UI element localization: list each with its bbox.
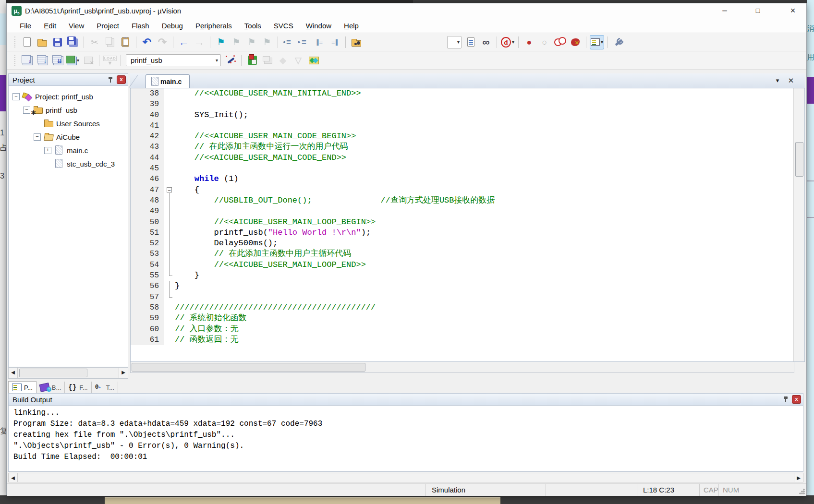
disable-all-breakpoints-button[interactable]: [553, 35, 567, 49]
close-document-icon[interactable]: ✕: [786, 76, 796, 85]
tree-item-project-printf-usb[interactable]: −Project: printf_usb: [9, 90, 128, 103]
bottom-horizontal-scrollbar[interactable]: ◀ ▶: [8, 473, 803, 482]
tree-expander-icon[interactable]: −: [12, 93, 20, 100]
translate-file-button[interactable]: ↓: [20, 53, 34, 68]
editor-vertical-scrollbar[interactable]: [793, 88, 804, 361]
build-output-text[interactable]: linking...Program Size: data=8.3 edata+h…: [8, 406, 803, 472]
scroll-right-icon[interactable]: ▶: [119, 368, 128, 378]
code-line[interactable]: 54 //<<AICUBE_USER_MAIN_LOOP_END>>: [131, 260, 794, 270]
code-line[interactable]: 45: [131, 163, 794, 174]
code-line[interactable]: 58//////////////////////////////////////…: [131, 302, 794, 313]
copy-button[interactable]: [103, 35, 117, 49]
project-horizontal-scrollbar[interactable]: ◀ ▶: [8, 367, 128, 379]
tab-main-c[interactable]: main.c: [146, 74, 190, 88]
tree-item-printf-usb[interactable]: −∗printf_usb: [9, 103, 128, 117]
code-line[interactable]: 61// 函数返回：无: [131, 335, 794, 345]
paste-button[interactable]: [118, 35, 133, 49]
maximize-button[interactable]: □: [747, 3, 769, 18]
cut-button[interactable]: ✂: [87, 35, 102, 49]
menu-file[interactable]: File: [13, 19, 37, 33]
minimize-button[interactable]: –: [714, 3, 736, 18]
scroll-left-icon[interactable]: ◀: [9, 473, 18, 482]
code-line[interactable]: 57: [131, 292, 794, 302]
code-line[interactable]: 39: [131, 99, 794, 109]
code-line[interactable]: 59// 系统初始化函数: [131, 313, 794, 324]
options-for-target-button[interactable]: [223, 53, 238, 68]
code-line[interactable]: 44 //<<AICUBE_USER_MAIN_CODE_END>>: [131, 153, 794, 163]
scroll-thumb[interactable]: [19, 369, 87, 377]
comment-selection-button[interactable]: ∥≡: [312, 35, 327, 49]
pack-installer-button[interactable]: [306, 53, 321, 68]
pin-icon[interactable]: [782, 396, 789, 403]
find-target-button[interactable]: d▾: [500, 35, 515, 49]
scroll-right-icon[interactable]: ▶: [794, 473, 803, 482]
tree-item-user-sources[interactable]: User Sources: [9, 117, 128, 130]
tree-item-aicube[interactable]: −AiCube: [9, 130, 128, 144]
clean-targets-button[interactable]: [81, 53, 96, 68]
scroll-thumb[interactable]: [795, 142, 803, 177]
workspace-tab-p[interactable]: P...: [8, 381, 36, 393]
build-button[interactable]: ↓: [35, 53, 49, 68]
previous-bookmark-button[interactable]: ⚑: [229, 35, 243, 49]
workspace-tab-b[interactable]: B...: [36, 382, 65, 393]
undo-button[interactable]: ↶: [140, 35, 154, 49]
code-line[interactable]: 51 printf_usb("Hello World !\r\n");: [131, 228, 794, 238]
code-line[interactable]: 49: [131, 206, 794, 216]
rebuild-all-button[interactable]: ⇊: [50, 53, 65, 68]
menu-window[interactable]: Window: [300, 19, 338, 33]
menu-debug[interactable]: Debug: [156, 19, 189, 33]
find-combo[interactable]: ▾: [447, 36, 462, 48]
tree-expander-icon[interactable]: −: [34, 133, 41, 141]
code-line[interactable]: 41: [131, 120, 794, 131]
new-file-button[interactable]: [20, 35, 34, 49]
scroll-left-icon[interactable]: ◀: [9, 368, 18, 378]
uncomment-selection-button[interactable]: ≡∥: [328, 35, 342, 49]
open-file-button[interactable]: [35, 35, 49, 49]
configure-button[interactable]: [611, 35, 626, 49]
code-line[interactable]: 42 //<<AICUBE_USER_MAIN_CODE_BEGIN>>: [131, 131, 794, 142]
fold-collapse-icon[interactable]: [164, 185, 175, 195]
debug-diamond-button[interactable]: ◆: [276, 53, 290, 68]
code-line[interactable]: 56}: [131, 281, 794, 291]
project-panel-close-icon[interactable]: x: [117, 75, 126, 84]
indent-button[interactable]: ≡▸: [297, 35, 311, 49]
menu-peripherals[interactable]: Peripherals: [189, 19, 238, 33]
menu-view[interactable]: View: [62, 19, 90, 33]
clear-bookmarks-button[interactable]: ⚑: [260, 35, 274, 49]
kill-all-breakpoints-button[interactable]: ✕: [568, 35, 583, 49]
batch-build-button[interactable]: ▾: [66, 53, 80, 68]
menu-help[interactable]: Help: [338, 19, 365, 33]
navigate-forward-button[interactable]: →: [192, 35, 207, 49]
select-target-combo[interactable]: printf_usb▾: [126, 54, 221, 66]
incremental-find-button[interactable]: ∞: [479, 35, 493, 49]
code-line[interactable]: 53 // 在此添加主函数中用户主循环代码: [131, 249, 794, 259]
toggle-breakpoint-button[interactable]: ●: [522, 35, 536, 49]
menu-project[interactable]: Project: [90, 19, 125, 33]
code-line[interactable]: 38 //<<AICUBE_USER_MAIN_INITIAL_END>>: [131, 88, 794, 99]
insert-bookmark-button[interactable]: ⚑: [214, 35, 228, 49]
next-bookmark-button[interactable]: ⚑: [244, 35, 259, 49]
tree-expander-icon[interactable]: −: [23, 107, 30, 114]
menu-edit[interactable]: Edit: [37, 19, 62, 33]
scroll-thumb[interactable]: [132, 363, 365, 372]
code-line[interactable]: 40 SYS_Init();: [131, 110, 794, 120]
redo-button[interactable]: ↷: [155, 35, 170, 49]
document-list-dropdown-icon[interactable]: ▾: [772, 76, 783, 85]
find-in-document-button[interactable]: [463, 35, 478, 49]
close-button[interactable]: ×: [782, 3, 804, 18]
menu-svcs[interactable]: SVCS: [267, 19, 300, 33]
editor-horizontal-scrollbar[interactable]: [130, 362, 794, 373]
download-to-flash-button[interactable]: LOAD▼: [103, 53, 117, 68]
resize-grip[interactable]: [799, 489, 805, 494]
code-line[interactable]: 48 //USBLIB_OUT_Done(); //查询方式处理USB接收的数据: [131, 195, 794, 206]
unindent-button[interactable]: ≡◂: [281, 35, 296, 49]
code-line[interactable]: 60// 入口参数：无: [131, 324, 794, 335]
code-line[interactable]: 43 // 在此添加主函数中运行一次的用户代码: [131, 142, 794, 152]
tree-expander-icon[interactable]: +: [44, 147, 51, 154]
workspace-tab-f[interactable]: {}F...: [65, 382, 91, 393]
build-output-close-icon[interactable]: x: [792, 395, 801, 404]
code-line[interactable]: 46 while (1): [131, 174, 794, 184]
flash-funnel-button[interactable]: ▽: [291, 53, 305, 68]
project-window-select-button[interactable]: ▾: [590, 35, 604, 49]
code-line[interactable]: 50 //<<AICUBE_USER_MAIN_LOOP_BEGIN>>: [131, 217, 794, 228]
